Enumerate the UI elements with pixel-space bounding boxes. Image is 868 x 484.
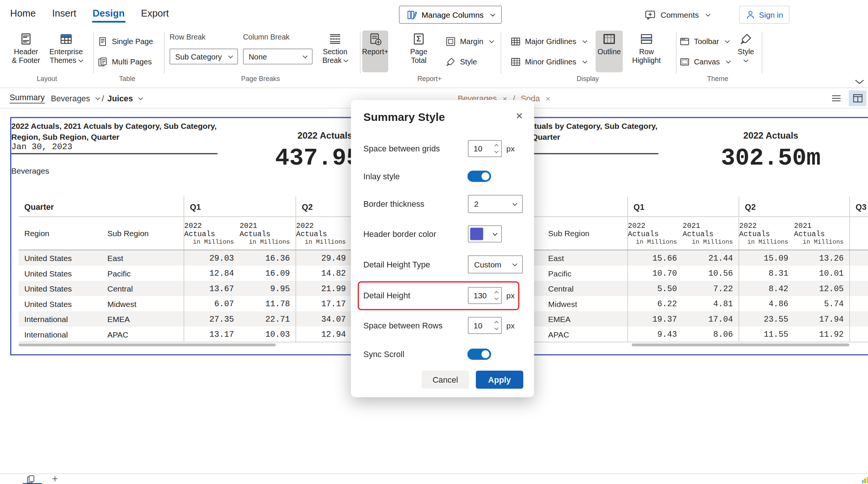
- menu-tab-insert[interactable]: Insert: [52, 5, 77, 23]
- toolbar-theme-button[interactable]: Toolbar: [679, 35, 729, 47]
- margin-icon: [445, 36, 456, 47]
- table-cell: 13.26: [794, 250, 850, 266]
- outline-button[interactable]: Outline: [596, 31, 623, 72]
- table-cell: 17.94: [794, 311, 850, 327]
- enterprise-themes-button[interactable]: EnterpriseThemes: [46, 31, 86, 72]
- table-cell: [850, 327, 868, 342]
- outline-icon: [602, 32, 616, 46]
- table-row: United StatesEast29.0316.3629.49: [19, 250, 352, 266]
- close-icon[interactable]: ×: [546, 93, 550, 102]
- toolbar-icon: [679, 36, 690, 47]
- canvas-theme-button[interactable]: Canvas: [679, 55, 730, 68]
- ribbon: Header& Footer EnterpriseThemes Layout S…: [0, 27, 868, 88]
- space-between-rows-input[interactable]: 10: [468, 317, 502, 334]
- left-horizontal-scrollbar[interactable]: [19, 344, 276, 347]
- chevron-down-icon: [582, 59, 587, 64]
- comments-button[interactable]: Comments: [644, 6, 710, 24]
- detail-height-input[interactable]: 130: [468, 287, 502, 304]
- single-page-button[interactable]: Single Page: [97, 35, 153, 47]
- table-cell: United States: [19, 266, 102, 281]
- cancel-button[interactable]: Cancel: [422, 371, 469, 389]
- table-cell: 14.82: [296, 266, 352, 281]
- list-view-toggle[interactable]: [827, 90, 845, 106]
- column-header-measure: 2021 Actualsin Millions: [240, 217, 296, 250]
- ribbon-divider: [676, 32, 677, 73]
- left-grid-divider: [11, 153, 218, 154]
- group-label-theme: Theme: [684, 75, 752, 84]
- page-total-button[interactable]: Page Total: [402, 31, 436, 72]
- header-border-color-picker[interactable]: [468, 226, 502, 243]
- table-cell: EMEA: [542, 311, 627, 327]
- group-label-page-breaks: Page Breaks: [227, 75, 295, 84]
- table-cell: 12.84: [184, 266, 240, 281]
- manage-columns-label: Manage Columns: [422, 10, 484, 19]
- report-style-button[interactable]: Style: [445, 55, 477, 68]
- section-break-button[interactable]: SectionBreak: [320, 31, 350, 72]
- table-cell: 4.86: [739, 296, 794, 311]
- detail-height-type-dropdown[interactable]: Custom: [468, 255, 523, 273]
- spinner-arrows-icon[interactable]: [494, 292, 501, 299]
- major-gridlines-button[interactable]: Major Gridlines: [510, 35, 587, 47]
- header-footer-icon: [19, 32, 33, 46]
- manage-columns-button[interactable]: Manage Columns: [399, 6, 502, 24]
- table-cell: Midwest: [542, 296, 627, 311]
- table-cell: 34.07: [296, 311, 352, 327]
- inlay-style-toggle[interactable]: [468, 171, 491, 182]
- list-view-icon: [830, 93, 842, 104]
- table-cell: 17.04: [683, 311, 739, 327]
- menu-tab-home[interactable]: Home: [10, 5, 37, 23]
- table-cell: 23.55: [739, 311, 794, 327]
- tab-beverages[interactable]: Beverages: [51, 88, 99, 108]
- table-cell: [850, 250, 868, 266]
- collapse-ribbon-button[interactable]: [854, 78, 865, 87]
- tab-summary[interactable]: Summary: [10, 88, 45, 108]
- group-header-quarter: Quarter: [19, 197, 184, 217]
- row-break-dropdown[interactable]: Sub Category: [170, 49, 238, 64]
- menu-tab-export[interactable]: Export: [141, 5, 170, 23]
- close-icon[interactable]: ×: [512, 108, 527, 124]
- minor-gridlines-button[interactable]: Minor Gridlines: [510, 55, 587, 68]
- table-cell: 16.09: [240, 266, 296, 281]
- table-cell: International: [19, 327, 102, 342]
- split-view-toggle[interactable]: [849, 90, 866, 106]
- space-between-grids-input[interactable]: 10: [468, 140, 502, 157]
- page-bar: +: [0, 473, 868, 484]
- chevron-down-icon: [706, 12, 711, 17]
- table-cell: 11.78: [240, 296, 296, 311]
- menu-tab-design[interactable]: Design: [92, 5, 125, 23]
- header-footer-button[interactable]: Header& Footer: [10, 31, 42, 72]
- table-cell: 10.70: [627, 266, 683, 281]
- table-cell: 21.99: [296, 281, 352, 296]
- spinner-arrows-icon[interactable]: [494, 322, 501, 330]
- column-header-sub-region: Sub Region: [542, 217, 627, 250]
- toggle-knob: [481, 350, 489, 358]
- comments-label: Comments: [661, 10, 699, 19]
- table-cell: Central: [102, 281, 184, 296]
- app-window: Home Insert Design Export Manage Columns…: [0, 0, 868, 484]
- sync-scroll-toggle[interactable]: [468, 349, 491, 360]
- table-cell: APAC: [542, 327, 627, 342]
- add-page-button[interactable]: +: [52, 473, 58, 484]
- group-header-q1: Q1: [627, 197, 739, 217]
- table-cell: 27.35: [184, 311, 240, 327]
- border-thickness-dropdown[interactable]: 2: [468, 195, 523, 213]
- column-header-measure: 2022 Actualsin Millions: [296, 217, 352, 250]
- row-highlight-button[interactable]: RowHighlight: [632, 31, 661, 72]
- margin-button[interactable]: Margin: [445, 35, 494, 47]
- group-label-table: Table: [105, 75, 150, 84]
- single-page-icon: [97, 36, 108, 47]
- tab-juices[interactable]: / Juices: [102, 88, 142, 108]
- color-swatch: [470, 228, 483, 240]
- multi-pages-button[interactable]: Multi Pages: [97, 55, 152, 68]
- table-body: United StatesEast29.0316.3629.49United S…: [19, 250, 352, 343]
- spinner-arrows-icon[interactable]: [494, 145, 501, 153]
- active-page-button[interactable]: [26, 475, 36, 484]
- minor-gridlines-icon: [510, 56, 521, 67]
- column-break-dropdown[interactable]: None: [243, 49, 313, 64]
- right-horizontal-scrollbar[interactable]: [632, 344, 850, 347]
- apply-button[interactable]: Apply: [476, 371, 523, 389]
- table-cell: East: [102, 250, 184, 266]
- report-plus-button[interactable]: Report+: [362, 31, 388, 72]
- theme-style-button[interactable]: Style: [734, 31, 758, 72]
- sign-in-button[interactable]: Sign in: [739, 6, 789, 24]
